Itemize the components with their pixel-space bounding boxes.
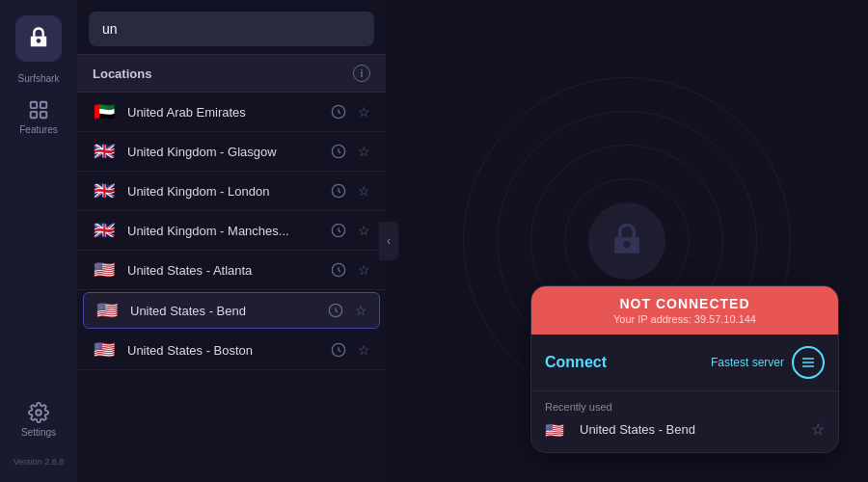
connect-card: NOT CONNECTED Your IP address: 39.57.10.… <box>530 285 839 453</box>
recent-flag: 🇺🇸 <box>545 421 570 439</box>
ip-address-label: Your IP address: 39.57.10.144 <box>547 313 823 325</box>
svg-rect-2 <box>31 112 37 118</box>
sidebar: Surfshark Features Settings Version 2.6.… <box>0 0 77 482</box>
location-actions: ☆ <box>330 143 372 160</box>
list-item[interactable]: 🇬🇧 United Kingdom - Glasgow ☆ <box>77 132 386 172</box>
connect-row: Connect Fastest server <box>531 335 838 391</box>
flag-uk-london: 🇬🇧 <box>91 181 118 201</box>
favorite-icon[interactable]: ☆ <box>355 103 372 120</box>
features-label: Features <box>19 124 57 135</box>
flag-us-bend: 🇺🇸 <box>94 301 121 320</box>
flag-uae: 🇦🇪 <box>91 102 118 121</box>
left-panel: Locations i 🇦🇪 United Arab Emirates ☆ 🇬🇧… <box>77 0 386 482</box>
sidebar-item-settings[interactable]: Settings <box>8 394 69 445</box>
server-icon <box>327 302 344 319</box>
settings-icon <box>28 402 49 423</box>
server-icon <box>330 341 347 359</box>
location-actions: ☆ <box>330 261 372 279</box>
app-name-label: Surfshark <box>18 73 60 84</box>
location-name: United States - Boston <box>127 343 320 358</box>
favorite-icon[interactable]: ☆ <box>352 302 369 319</box>
location-actions: ☆ <box>330 103 372 120</box>
location-actions: ☆ <box>327 302 369 319</box>
surfshark-logo-icon <box>25 25 52 52</box>
list-header: Locations i <box>77 54 386 93</box>
collapse-panel-button[interactable]: ‹ <box>379 222 398 260</box>
server-icon <box>330 182 347 200</box>
location-actions: ☆ <box>330 341 372 359</box>
location-name: United Arab Emirates <box>127 105 320 120</box>
list-item[interactable]: 🇬🇧 United Kingdom - London ☆ <box>77 172 386 211</box>
flag-uk-glasgow: 🇬🇧 <box>91 142 118 161</box>
recently-used-section: Recently used 🇺🇸 United States - Bend ☆ <box>531 391 838 452</box>
location-list: 🇦🇪 United Arab Emirates ☆ 🇬🇧 United King… <box>77 93 386 482</box>
svg-point-4 <box>36 410 41 415</box>
center-logo <box>588 202 665 280</box>
app-logo <box>15 15 62 62</box>
connect-button[interactable]: Connect <box>545 354 661 371</box>
version-label: Version 2.6.8 <box>14 457 65 467</box>
favorite-icon[interactable]: ☆ <box>355 182 372 200</box>
server-icon <box>330 261 347 279</box>
right-panel: NOT CONNECTED Your IP address: 39.57.10.… <box>386 0 868 482</box>
location-name: United States - Bend <box>130 304 317 318</box>
flag-us-atlanta: 🇺🇸 <box>91 260 118 280</box>
list-item[interactable]: 🇺🇸 United States - Atlanta ☆ <box>77 251 386 290</box>
location-actions: ☆ <box>330 222 372 239</box>
location-name: United Kingdom - Manches... <box>127 224 320 238</box>
features-icon <box>28 99 49 120</box>
location-name: United Kingdom - London <box>127 184 320 199</box>
location-name: United Kingdom - Glasgow <box>127 145 320 159</box>
favorite-icon[interactable]: ☆ <box>355 222 372 239</box>
menu-button[interactable] <box>792 346 825 379</box>
recent-favorite-icon[interactable]: ☆ <box>811 420 825 439</box>
connection-status-bar: NOT CONNECTED Your IP address: 39.57.10.… <box>531 286 838 335</box>
list-item-selected[interactable]: 🇺🇸 United States - Bend ☆ <box>83 292 380 329</box>
server-icon <box>330 143 347 160</box>
svg-rect-3 <box>41 112 46 118</box>
list-item[interactable]: 🇺🇸 United States - Boston ☆ <box>77 331 386 370</box>
location-actions: ☆ <box>330 182 372 200</box>
recently-used-label: Recently used <box>545 401 825 413</box>
flag-us-boston: 🇺🇸 <box>91 340 118 360</box>
settings-label: Settings <box>21 427 56 438</box>
svg-rect-0 <box>31 102 37 108</box>
sidebar-item-features[interactable]: Features <box>8 92 69 143</box>
connection-status-title: NOT CONNECTED <box>547 296 823 311</box>
list-item[interactable]: 🇬🇧 United Kingdom - Manches... ☆ <box>77 211 386 251</box>
favorite-icon[interactable]: ☆ <box>355 143 372 160</box>
server-icon <box>330 103 347 120</box>
favorite-icon[interactable]: ☆ <box>355 261 372 279</box>
favorite-icon[interactable]: ☆ <box>355 341 372 359</box>
info-icon[interactable]: i <box>353 65 370 82</box>
recent-item[interactable]: 🇺🇸 United States - Bend ☆ <box>545 420 825 439</box>
locations-title: Locations <box>93 67 151 81</box>
center-surfshark-icon <box>606 220 648 262</box>
flag-uk-manchester: 🇬🇧 <box>91 221 118 240</box>
search-input[interactable] <box>89 12 374 46</box>
fastest-server-label: Fastest server <box>668 356 784 369</box>
server-icon <box>330 222 347 239</box>
list-item[interactable]: 🇦🇪 United Arab Emirates ☆ <box>77 93 386 132</box>
location-name: United States - Atlanta <box>127 263 320 278</box>
svg-rect-1 <box>41 102 46 108</box>
recent-location-name: United States - Bend <box>580 422 801 437</box>
